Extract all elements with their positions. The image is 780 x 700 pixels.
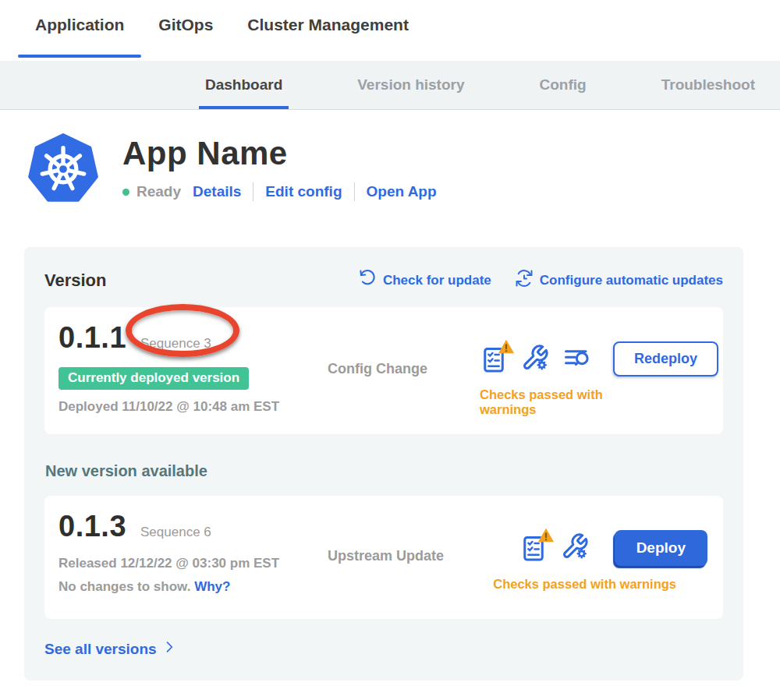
version-panel-title: Version bbox=[44, 270, 106, 291]
warning-triangle-icon bbox=[537, 527, 555, 544]
config-wrench-icon[interactable] bbox=[521, 344, 549, 375]
no-changes-text: No changes to show. bbox=[58, 579, 190, 594]
preflight-checks-warning-icon[interactable] bbox=[480, 345, 508, 373]
new-version-heading: New version available bbox=[45, 462, 723, 480]
tab-gitops[interactable]: GitOps bbox=[141, 0, 230, 61]
deployed-checks-status: Checks passed with warnings bbox=[480, 387, 619, 417]
config-wrench-icon[interactable] bbox=[561, 532, 589, 564]
configure-automatic-updates-label: Configure automatic updates bbox=[540, 273, 723, 288]
chevron-right-icon bbox=[161, 639, 177, 659]
primary-nav: Application GitOps Cluster Management bbox=[0, 0, 780, 61]
available-sequence-label: Sequence 6 bbox=[140, 525, 211, 540]
tab-troubleshoot[interactable]: Troubleshoot bbox=[655, 61, 761, 109]
open-app-link[interactable]: Open App bbox=[367, 183, 437, 200]
divider bbox=[354, 182, 355, 201]
deployed-source-type: Config Change bbox=[328, 361, 480, 377]
view-files-search-icon[interactable] bbox=[562, 344, 590, 375]
ready-status-dot-icon bbox=[122, 189, 129, 196]
configure-automatic-updates-button[interactable]: Configure automatic updates bbox=[515, 269, 723, 292]
available-checks-status: Checks passed with warnings bbox=[493, 577, 676, 592]
app-status-row: Ready Details Edit config Open App bbox=[122, 182, 437, 201]
tab-cluster-management[interactable]: Cluster Management bbox=[230, 0, 426, 61]
tab-application[interactable]: Application bbox=[18, 0, 141, 61]
warning-triangle-icon bbox=[498, 338, 515, 355]
currently-deployed-badge: Currently deployed version bbox=[58, 367, 249, 390]
app-status-label: Ready bbox=[136, 183, 181, 200]
deployed-version-number: 0.1.1 bbox=[58, 321, 126, 355]
deployed-sequence-label: Sequence 3 bbox=[140, 336, 211, 352]
deploy-button[interactable]: Deploy bbox=[615, 530, 707, 566]
refresh-icon bbox=[358, 269, 377, 292]
divider bbox=[253, 182, 254, 201]
clock-refresh-icon bbox=[515, 269, 534, 292]
kubernetes-logo-icon bbox=[27, 133, 99, 208]
preflight-checks-warning-icon[interactable] bbox=[519, 534, 548, 562]
released-timestamp: Released 12/12/22 @ 03:30 pm EST bbox=[58, 556, 328, 571]
redeploy-button[interactable]: Redeploy bbox=[613, 341, 718, 377]
see-all-versions-label: See all versions bbox=[44, 641, 157, 658]
edit-config-link[interactable]: Edit config bbox=[265, 183, 342, 200]
tab-config[interactable]: Config bbox=[534, 61, 593, 109]
no-changes-note: No changes to show. Why? bbox=[58, 579, 328, 595]
app-title: App Name bbox=[122, 135, 437, 172]
check-for-update-label: Check for update bbox=[383, 273, 491, 288]
app-header: App Name Ready Details Edit config Open … bbox=[27, 133, 780, 208]
deployed-version-card: 0.1.1 Sequence 3 Currently deployed vers… bbox=[44, 307, 723, 434]
see-all-versions-link[interactable]: See all versions bbox=[44, 639, 723, 659]
check-for-update-button[interactable]: Check for update bbox=[358, 269, 491, 292]
details-link[interactable]: Details bbox=[193, 183, 241, 200]
available-source-type: Upstream Update bbox=[328, 548, 480, 564]
available-version-number: 0.1.3 bbox=[58, 510, 126, 543]
app-sub-nav: Dashboard Version history Config Trouble… bbox=[0, 61, 780, 110]
version-panel: Version Check for update bbox=[24, 247, 743, 681]
available-version-card: 0.1.3 Sequence 6 Released 12/12/22 @ 03:… bbox=[44, 496, 723, 619]
deployed-timestamp: Deployed 11/10/22 @ 10:48 am EST bbox=[58, 399, 328, 415]
tab-version-history[interactable]: Version history bbox=[351, 61, 470, 109]
why-link[interactable]: Why? bbox=[194, 579, 230, 594]
tab-dashboard[interactable]: Dashboard bbox=[199, 61, 289, 109]
